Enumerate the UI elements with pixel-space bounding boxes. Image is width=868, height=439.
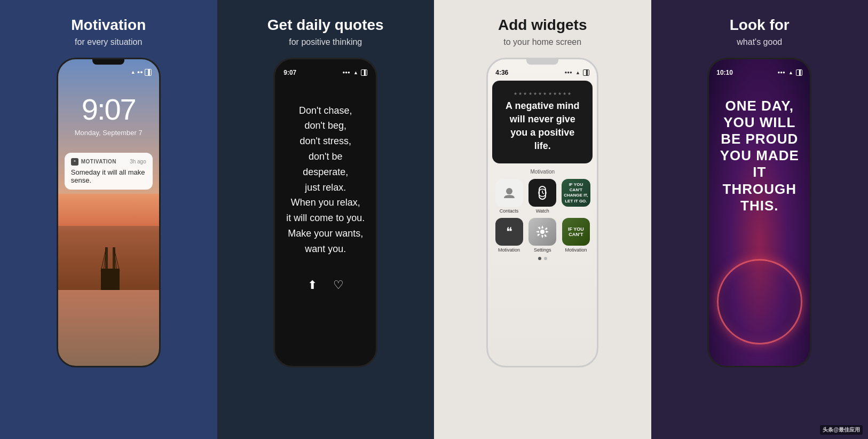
wifi-icon: ▲ (131, 69, 136, 75)
phone1-notch (92, 59, 124, 65)
signal-icon: ●● (137, 69, 143, 75)
phone4-quote: ONE DAY, YOU WILL BE PROUD YOU MADE IT T… (709, 76, 810, 225)
phone2-wifi-icon: ▲ (353, 70, 358, 75)
app-cell-motivation-widget: IF YOU CAN'T CHANGE IT, LET IT GO. (562, 179, 591, 214)
phone-mockup-3: 4:36 ●●● ▲ ▐ ★ ★ ★ ★ ★ ★ ★ ★ ★ ★ ★ ★ A n… (486, 58, 598, 367)
phone4-circle (717, 259, 802, 344)
svg-point-8 (506, 188, 512, 194)
notification-header: ❝ MOTIVATION 3h ago (71, 158, 146, 166)
quote-line-7: it will come to you. (286, 213, 365, 223)
settings-label: Settings (534, 247, 551, 253)
phone3-battery-icon: ▐ (583, 69, 589, 76)
phone3-notch (526, 59, 558, 65)
contacts-icon (495, 179, 523, 207)
app-cell-watch: Watch (528, 179, 557, 214)
panel-daily-quotes: Get daily quotes for positive thinking 9… (217, 0, 435, 439)
quote-icon: ❝ (74, 160, 76, 164)
phone2-battery-icon: ▐ (361, 69, 367, 76)
settings-svg (535, 224, 550, 239)
phone1-landscape (58, 194, 159, 290)
motivation-section-label: Motivation (492, 169, 593, 175)
settings-app-icon (528, 218, 556, 246)
watch-svg (536, 185, 549, 200)
phone2-time: 9:07 (283, 69, 296, 76)
phone1-status-bar: ▲ ●● ▐ (58, 65, 159, 76)
svg-rect-7 (101, 270, 120, 290)
motivation-2-label: Motivation (565, 247, 587, 253)
dot-2 (544, 257, 547, 260)
quote-line-4: don't be desperate, (303, 151, 348, 177)
phone3-time: 4:36 (495, 69, 508, 76)
panel-2-subtitle: for positive thinking (289, 37, 362, 47)
quote-mark-icon: ❝ (506, 225, 512, 239)
panel-widgets: Add widgets to your home screen 4:36 ●●●… (434, 0, 651, 439)
watch-icon (528, 179, 556, 207)
widget-quote-img-text: IF YOU CAN'T CHANGE IT, LET IT GO. (564, 182, 589, 205)
widget-quote-img: IF YOU CAN'T CHANGE IT, LET IT GO. (562, 179, 591, 207)
app-cell-contacts: Contacts (494, 179, 524, 214)
phone2-dots-icon: ●●● (342, 70, 350, 75)
share-icon[interactable]: ⬆ (307, 278, 317, 292)
motivation-app-icon: ❝ (495, 218, 523, 246)
phone1-status-icons: ▲ ●● ▐ (131, 69, 152, 76)
phone4-status-icons: ●●● ▲ ▐ (777, 69, 802, 76)
phone4-battery-icon: ▐ (796, 69, 802, 76)
phone2-status-bar: 9:07 ●●● ▲ ▐ (275, 65, 376, 76)
phone4-wifi-icon: ▲ (788, 70, 793, 75)
phone-mockup-4: 10:10 ●●● ▲ ▐ ONE DAY, YOU WILL BE PROUD… (707, 58, 811, 367)
panel-look-for-good: Look for what's good 10:10 ●●● ▲ ▐ ONE D… (651, 0, 869, 439)
quote-line-2: don't beg, (304, 120, 346, 131)
app-cell-settings: Settings (528, 218, 557, 253)
sky-gradient (58, 194, 159, 226)
phone4-time: 10:10 (716, 69, 733, 76)
phone3-dots-icon: ●●● (564, 70, 572, 75)
app-cell-motivation-2: IF YOU CAN'T Motivation (562, 218, 591, 253)
app-cell-motivation: ❝ Motivation (494, 218, 524, 253)
quote-line-9: want you. (305, 244, 346, 254)
phone3-status-bar: 4:36 ●●● ▲ ▐ (488, 65, 597, 76)
dots-indicator (492, 253, 593, 264)
quote-line-3: don't stress, (300, 136, 351, 146)
quote-line-6: When you relax, (291, 197, 360, 208)
dot-1 (538, 257, 541, 260)
phone3-wifi-icon: ▲ (575, 70, 580, 75)
phone4-status-bar: 10:10 ●●● ▲ ▐ (709, 65, 810, 76)
motivation-small-widget: IF YOU CAN'T CHANGE IT, LET IT GO. (562, 179, 591, 207)
widget-large: ★ ★ ★ ★ ★ ★ ★ ★ ★ ★ ★ ★ A negative mind … (492, 81, 593, 164)
motivation-2-icon: IF YOU CAN'T (562, 218, 590, 246)
phone2-actions: ⬆ ♡ (275, 273, 376, 303)
phone2-quote: Don't chase, don't beg, don't stress, do… (275, 76, 376, 273)
motivation-2-icon-text: IF YOU CAN'T (562, 224, 590, 240)
svg-point-13 (540, 230, 545, 234)
bridge-svg (58, 237, 161, 290)
quote-line-5: just relax. (305, 182, 346, 193)
contacts-label: Contacts (500, 208, 519, 214)
notification-message: Someday it will all make sense. (71, 168, 146, 184)
notification-app: ❝ MOTIVATION (71, 158, 116, 166)
phone3-content: ★ ★ ★ ★ ★ ★ ★ ★ ★ ★ ★ ★ A negative mind … (488, 76, 597, 269)
watermark: 头条@最佳应用 (820, 425, 863, 435)
panel-3-title: Add widgets (498, 16, 587, 34)
phone2-status-icons: ●●● ▲ ▐ (342, 69, 367, 76)
phone-mockup-2: 9:07 ●●● ▲ ▐ Don't chase, don't beg, don… (273, 58, 377, 367)
phone3-status-icons: ●●● ▲ ▐ (564, 69, 589, 76)
notification-time: 3h ago (130, 159, 146, 164)
watch-label: Watch (536, 208, 549, 214)
notification-card: ❝ MOTIVATION 3h ago Someday it will all … (65, 153, 153, 190)
quote-line-8: Make your wants, (288, 228, 363, 239)
phone-mockup-1: ▲ ●● ▐ 9:07 Monday, September 7 ❝ MOTIVA… (57, 58, 161, 367)
widget-large-text: A negative mind will never give you a po… (501, 99, 584, 153)
heart-icon[interactable]: ♡ (333, 278, 344, 292)
phone4-dots-icon: ●●● (777, 70, 785, 75)
notification-app-name: MOTIVATION (81, 159, 116, 164)
widget-stars: ★ ★ ★ ★ ★ ★ ★ ★ ★ ★ ★ ★ (501, 91, 584, 96)
app-icon-small: ❝ (71, 158, 78, 166)
quote-line-1: Don't chase, (299, 105, 352, 116)
phone1-time: 9:07 (58, 92, 159, 127)
panel-4-subtitle: what's good (737, 37, 782, 47)
contacts-svg (502, 185, 517, 200)
svg-line-12 (542, 193, 544, 194)
panel-4-title: Look for (730, 16, 790, 34)
panel-motivation: Motivation for every situation ▲ ●● ▐ 9:… (0, 0, 217, 439)
panel-1-subtitle: for every situation (75, 37, 142, 47)
